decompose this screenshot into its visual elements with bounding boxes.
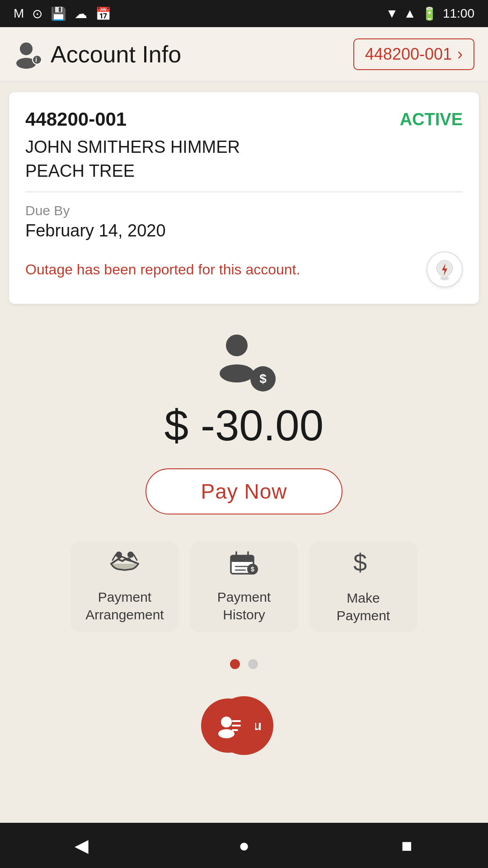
circle-icon: ⊙ bbox=[32, 6, 42, 21]
save-icon: 💾 bbox=[51, 6, 66, 21]
payment-history-label: PaymentHistory bbox=[217, 588, 271, 623]
header-left: i Account Info bbox=[14, 40, 181, 69]
battery-icon: 🔋 bbox=[422, 6, 437, 21]
page-title: Account Info bbox=[51, 41, 181, 68]
svg-point-0 bbox=[20, 42, 33, 55]
bottom-bar: Menu bbox=[215, 687, 273, 773]
svg-text:$: $ bbox=[353, 549, 367, 576]
account-number: 448200-001 bbox=[25, 108, 127, 130]
time-display: 11:00 bbox=[443, 6, 474, 21]
dollar-icon: $ bbox=[250, 366, 276, 392]
outage-row: Outage has been reported for this accoun… bbox=[25, 251, 463, 288]
back-button[interactable]: ◀ bbox=[63, 827, 99, 863]
make-payment-button[interactable]: $ MakePayment bbox=[309, 542, 418, 632]
make-payment-label: MakePayment bbox=[337, 589, 390, 624]
contacts-fab-button[interactable] bbox=[201, 698, 255, 753]
payment-history-button[interactable]: $ PaymentHistory bbox=[190, 542, 298, 632]
svg-rect-11 bbox=[231, 556, 253, 562]
account-info-icon: i bbox=[14, 40, 42, 69]
contacts-icon bbox=[215, 712, 242, 739]
due-label: Due By bbox=[25, 203, 463, 218]
status-bar: M ⊙ 💾 ☁ 📅 ▼ ▲ 🔋 11:00 bbox=[0, 0, 488, 27]
account-card: 448200-001 ACTIVE JOHN SMITHERS HIMMER P… bbox=[9, 92, 479, 304]
recent-button[interactable]: ■ bbox=[389, 827, 425, 863]
chevron-right-icon: › bbox=[457, 45, 463, 64]
pay-now-button[interactable]: Pay Now bbox=[145, 468, 342, 514]
svg-text:$: $ bbox=[251, 566, 254, 573]
balance-amount: $ -30.00 bbox=[164, 401, 324, 450]
main-content: $ $ -30.00 Pay Now PaymentArrangement bbox=[0, 315, 488, 823]
card-header: 448200-001 ACTIVE bbox=[25, 108, 463, 130]
dot-2 bbox=[248, 659, 258, 669]
signal-icon: ▲ bbox=[404, 6, 416, 21]
calendar-dollar-icon: $ bbox=[228, 550, 260, 581]
gmail-icon: M bbox=[14, 6, 24, 21]
nav-bar: ◀ ● ■ bbox=[0, 823, 488, 868]
svg-point-6 bbox=[226, 335, 248, 356]
header: i Account Info 448200-001 › bbox=[0, 27, 488, 81]
page-dots bbox=[230, 659, 258, 669]
svg-point-9 bbox=[127, 552, 134, 558]
account-selector[interactable]: 448200-001 › bbox=[353, 38, 474, 70]
status-left-icons: M ⊙ 💾 ☁ 📅 bbox=[14, 6, 111, 21]
account-badge-number: 448200-001 bbox=[365, 45, 452, 64]
payment-arrangement-label: PaymentArrangement bbox=[85, 588, 164, 623]
svg-text:i: i bbox=[35, 56, 37, 63]
outage-message: Outage has been reported for this accoun… bbox=[25, 261, 300, 278]
handshake-icon bbox=[109, 550, 141, 581]
status-right-icons: ▼ ▲ 🔋 11:00 bbox=[385, 6, 474, 21]
make-payment-dollar-icon: $ bbox=[350, 549, 377, 582]
dot-1 bbox=[230, 659, 240, 669]
account-status: ACTIVE bbox=[400, 110, 463, 129]
balance-icon: $ bbox=[212, 333, 276, 392]
customer-name: JOHN SMITHERS HIMMER bbox=[25, 137, 463, 157]
due-date: February 14, 2020 bbox=[25, 221, 463, 241]
svg-point-8 bbox=[116, 552, 122, 558]
cloud-icon: ☁ bbox=[75, 6, 87, 21]
lightning-map-icon bbox=[434, 259, 455, 280]
home-button[interactable]: ● bbox=[226, 827, 262, 863]
svg-point-2 bbox=[33, 55, 42, 64]
wifi-icon: ▼ bbox=[385, 6, 398, 21]
svg-point-7 bbox=[220, 364, 254, 382]
payment-arrangement-button[interactable]: PaymentArrangement bbox=[70, 542, 179, 632]
calendar-icon: 📅 bbox=[95, 6, 111, 21]
action-buttons-row: PaymentArrangement $ PaymentHistory bbox=[70, 542, 418, 632]
outage-icon-button[interactable] bbox=[427, 251, 463, 288]
customer-location: PEACH TREE bbox=[25, 161, 463, 192]
svg-point-19 bbox=[221, 717, 232, 727]
